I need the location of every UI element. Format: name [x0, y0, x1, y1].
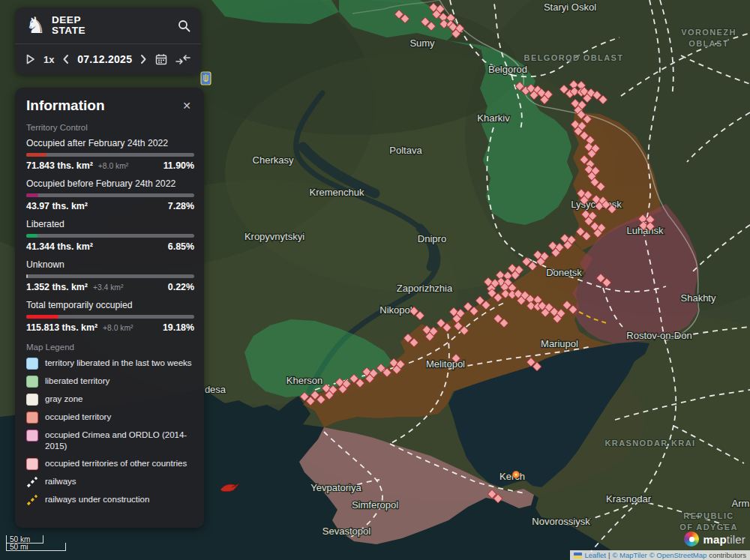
scale-control: 50 km 50 mi	[6, 535, 66, 551]
stat-value: 43.97 ths. km²	[26, 201, 88, 211]
legend-item: railways	[26, 476, 194, 488]
stat-values-row: 41.344 ths. km²6.85%	[26, 241, 194, 252]
city-label: Shakhty	[681, 292, 716, 304]
maptiler-link[interactable]: © MapTiler	[612, 551, 646, 559]
playback-speed[interactable]: 1x	[44, 54, 54, 65]
stat-value: 115.813 ths. km²	[26, 322, 98, 333]
top-control-panel: ♞ DEEP STATE 1x 07.12.2025	[15, 7, 201, 74]
city-label: Kerch	[500, 471, 525, 482]
legend-swatch	[26, 358, 38, 370]
territory-stat: Occupied before February 24th 202243.97 …	[26, 178, 194, 211]
stat-progress-fill	[26, 153, 46, 157]
city-label: Rostov-on-Don	[626, 330, 692, 341]
territory-stats: Occupied after February 24th 202271.843 …	[26, 138, 194, 333]
logo-line1: DEEP	[52, 15, 86, 25]
close-icon[interactable]: ✕	[179, 98, 194, 113]
current-date[interactable]: 07.12.2025	[77, 53, 132, 65]
stat-progress-fill	[26, 234, 38, 238]
attribution-suffix: contributors	[709, 551, 746, 559]
stat-progress-fill	[26, 274, 28, 278]
jump-to-latest-button[interactable]	[176, 55, 190, 64]
stat-values-row: 115.813 ths. km²+8.0 km²19.18%	[26, 322, 194, 333]
city-label: Dnipro	[418, 233, 446, 244]
legend-item: gray zone	[26, 394, 194, 406]
legend-label: occupied Crimea and ORDLO (2014-2015)	[45, 430, 194, 452]
territory-stat: Occupied after February 24th 202271.843 …	[26, 138, 194, 171]
attribution-bar: Leaflet | © MapTiler © OpenStreetMap con…	[570, 550, 750, 560]
legend-item: liberated territory	[26, 376, 194, 388]
city-label: Belgorod	[488, 64, 527, 75]
legend-label: territory liberated in the last two week…	[45, 358, 192, 369]
legend-label: railways under construction	[45, 494, 149, 505]
territory-stat: Total temporarily occupied115.813 ths. k…	[26, 300, 194, 333]
map-legend-label: Map Legend	[26, 343, 194, 352]
city-label: Kropyvnytskyi	[244, 231, 304, 242]
maptiler-word-light: tiler	[727, 533, 746, 546]
city-label: Yevpatoriya	[310, 482, 362, 493]
converge-arrows-icon	[176, 55, 190, 64]
city-label: Novorossiysk	[532, 516, 590, 527]
region-label: OF ADYGEA	[680, 523, 738, 532]
stat-delta: +3.4 km²	[93, 283, 123, 292]
stat-progress-fill	[26, 315, 58, 319]
stat-percent: 11.90%	[164, 160, 194, 171]
region-label: BELGOROD OBLAST	[524, 53, 624, 62]
legend-swatch	[26, 412, 38, 424]
next-date-button[interactable]	[140, 54, 147, 64]
legend-item: occupied territory	[26, 412, 194, 424]
stat-values-row: 1.352 ths. km²+3.4 km²0.22%	[26, 282, 194, 292]
stat-progress-bar	[26, 153, 194, 157]
panel-title: Information	[26, 97, 105, 114]
maptiler-word-bold: map	[703, 533, 726, 546]
legend-label: liberated territory	[45, 376, 110, 387]
region-label: OBLAST	[688, 39, 729, 48]
legend-label: railways	[45, 476, 76, 487]
ukraine-flag-icon	[574, 553, 582, 559]
legend-swatch	[26, 430, 38, 442]
stat-label: Unknown	[26, 259, 194, 270]
legend-item: territory liberated in the last two week…	[26, 358, 194, 370]
stat-label: Occupied before February 24th 2022	[26, 178, 194, 189]
playback-row: 1x 07.12.2025	[15, 44, 201, 74]
leaflet-link[interactable]: Leaflet	[584, 551, 606, 559]
logo-row: ♞ DEEP STATE	[15, 7, 201, 43]
stat-value: 71.843 ths. km²	[26, 160, 93, 171]
attribution-divider: |	[608, 551, 610, 559]
stat-progress-fill	[26, 193, 38, 197]
prev-date-button[interactable]	[62, 54, 69, 64]
stat-label: Occupied after February 24th 2022	[26, 138, 194, 148]
legend-swatch	[26, 394, 38, 406]
stat-progress-bar	[26, 315, 194, 319]
city-label: Kharkiv	[477, 112, 510, 124]
stat-progress-bar	[26, 234, 194, 238]
legend-item: occupied territories of other countries	[26, 458, 194, 470]
play-button[interactable]	[26, 54, 35, 64]
osm-link[interactable]: © OpenStreetMap	[650, 551, 707, 559]
search-button[interactable]	[178, 19, 190, 32]
fire-icon[interactable]	[513, 472, 520, 478]
stat-delta: +8.0 km²	[103, 324, 133, 332]
city-label: Donetsk	[546, 267, 582, 278]
stat-delta: +8.0 km²	[98, 162, 128, 170]
maptiler-logo[interactable]: maptiler	[684, 532, 746, 547]
region-label: VORONEZH	[681, 28, 736, 37]
city-label: Sumy	[410, 37, 435, 49]
city-label: Krasnodar	[606, 493, 652, 505]
city-label: Poltava	[389, 145, 422, 156]
territory-control-label: Territory Control	[26, 123, 194, 132]
maptiler-wheel-icon	[684, 532, 699, 547]
city-label: Sevastopol	[322, 526, 370, 537]
stat-label: Total temporarily occupied	[26, 300, 194, 310]
stat-values-row: 43.97 ths. km²7.28%	[26, 201, 194, 211]
information-panel: Information ✕ Territory Control Occupied…	[15, 88, 204, 528]
calendar-button[interactable]	[155, 53, 167, 65]
legend-item: occupied Crimea and ORDLO (2014-2015)	[26, 430, 194, 452]
stat-progress-bar	[26, 193, 194, 197]
city-label: desa	[205, 384, 226, 395]
stat-percent: 19.18%	[163, 322, 194, 333]
ukraine-emblem-icon[interactable]	[201, 72, 211, 85]
stat-progress-bar	[26, 274, 194, 278]
maptiler-wordmark: maptiler	[703, 533, 746, 546]
city-label: Cherkasy	[253, 154, 294, 166]
legend-label: occupied territories of other countries	[45, 458, 187, 469]
